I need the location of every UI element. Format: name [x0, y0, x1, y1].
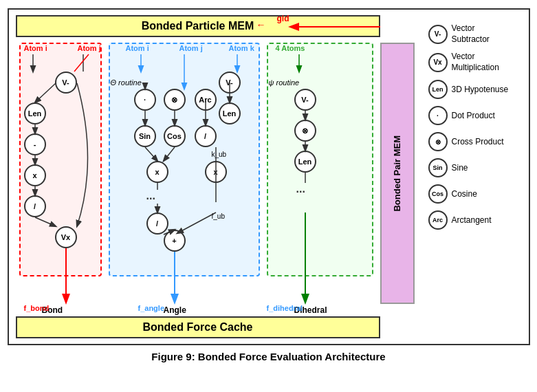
legend-cross: ⊗ Cross Product: [428, 132, 528, 151]
bond-vminus-node: V-: [55, 72, 77, 94]
angle-dots: ...: [146, 190, 155, 202]
bond-div-node: /: [24, 195, 46, 217]
legend-cos: Cos Cosine: [428, 184, 528, 204]
legend-vsub: V- VectorSubtractor: [428, 23, 528, 45]
atom-j-bond: Atom j: [78, 44, 101, 52]
f-bond-label: f_bond: [24, 304, 50, 312]
atom-i-bond: Atom i: [24, 44, 47, 52]
pair-mem-text: Bonded Pair MEM: [392, 135, 402, 212]
theta-routine-label: Θ routine: [111, 78, 142, 87]
legend-dot: · Dot Product: [428, 106, 528, 125]
main-diagram: Bonded Particle MEM gid ← Bonded Pair ME…: [8, 8, 530, 345]
angle-x-node: x: [146, 161, 168, 183]
angle-cos-node: Cos: [164, 125, 186, 147]
angle-label: Angle: [164, 305, 186, 315]
dihedral-cross-node: ⊗: [294, 120, 316, 142]
title-text: Bonded Particle MEM: [142, 20, 254, 32]
legend-len-icon: Len: [428, 80, 448, 99]
angle-dot-node: ·: [134, 89, 156, 111]
legend-arc-icon: Arc: [428, 210, 448, 230]
kub-label: k_ub: [212, 151, 227, 158]
atom-k-angle: Atom k: [229, 44, 254, 52]
fub-label: f_ub: [212, 213, 225, 220]
legend: V- VectorSubtractor Vx VectorMultiplicat…: [428, 23, 528, 237]
legend-cross-icon: ⊗: [428, 132, 448, 151]
angle-plus-node: +: [164, 230, 186, 252]
legend-vsub-text: VectorSubtractor: [452, 23, 490, 45]
legend-cos-text: Cosine: [452, 189, 477, 200]
atom-i-angle: Atom i: [126, 44, 149, 52]
pair-mem: Bonded Pair MEM: [380, 43, 415, 304]
legend-dot-icon: ·: [428, 106, 448, 125]
dihedral-vminus-node: V-: [294, 89, 316, 111]
bond-len-node: Len: [24, 102, 46, 124]
angle-cross-node: ⊗: [164, 89, 186, 111]
angle-sin-node: Sin: [134, 125, 156, 147]
f-dihedral-label: f_dihedral: [267, 304, 303, 312]
legend-vsub-icon: V-: [428, 25, 448, 44]
bottom-bar: Bonded Force Cache: [16, 316, 380, 338]
angle-x2-node: x: [205, 161, 227, 183]
legend-len-text: 3D Hypotenuse: [452, 85, 509, 96]
gid-arrow: ←: [256, 19, 266, 30]
gid-label: gid: [277, 14, 289, 23]
angle-div2-node: /: [146, 213, 168, 235]
bond-x-node: x: [24, 164, 46, 186]
legend-len: Len 3D Hypotenuse: [428, 80, 528, 99]
top-bar: Bonded Particle MEM: [16, 15, 380, 37]
angle-div-node: /: [195, 125, 217, 147]
bond-vx-node: Vx: [55, 226, 77, 248]
dihedral-dots: ...: [296, 183, 305, 195]
legend-vmul-text: VectorMultiplication: [452, 52, 499, 73]
legend-arc: Arc Arctangent: [428, 210, 528, 230]
angle-len-node: Len: [219, 102, 241, 124]
legend-vmul: Vx VectorMultiplication: [428, 52, 528, 73]
legend-sin-icon: Sin: [428, 158, 448, 177]
legend-cos-icon: Cos: [428, 184, 448, 204]
angle-arc-node: Arc: [195, 89, 217, 111]
legend-cross-text: Cross Product: [452, 137, 504, 148]
dihedral-len-node: Len: [294, 151, 316, 173]
bond-minus-node: -: [24, 133, 46, 155]
legend-sin-text: Sine: [452, 163, 468, 174]
dihedral-section: [267, 43, 373, 276]
legend-vmul-icon: Vx: [428, 53, 448, 72]
legend-arc-text: Arctangent: [452, 215, 492, 226]
atom-j-angle: Atom j: [179, 44, 203, 52]
angle-vminus-node: V-: [219, 72, 241, 94]
psi-routine-label: ψ routine: [269, 78, 300, 87]
f-angle-label: f_angle: [138, 304, 165, 312]
figure-caption: Figure 9: Bonded Force Evaluation Archit…: [151, 351, 385, 362]
bottom-bar-text: Bonded Force Cache: [142, 321, 252, 334]
atom-4-dihedral: 4 Atoms: [276, 44, 305, 52]
legend-dot-text: Dot Product: [452, 111, 495, 122]
legend-sin: Sin Sine: [428, 158, 528, 177]
